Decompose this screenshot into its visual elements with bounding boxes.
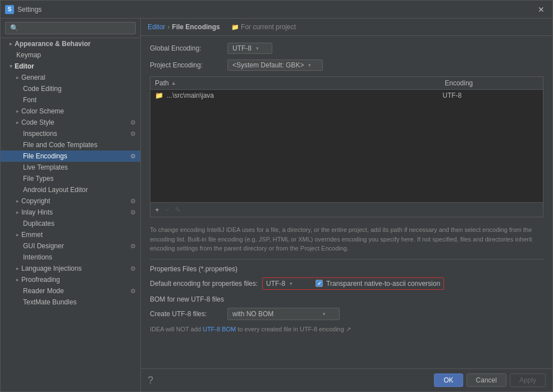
sidebar-item-label: Inlay Hints: [21, 208, 53, 216]
close-button[interactable]: ✕: [534, 4, 548, 15]
sidebar-item-label: File and Code Templates: [23, 141, 98, 149]
sidebar-item-label: Code Style: [21, 118, 54, 126]
bom-dropdown[interactable]: with NO BOM ▾: [227, 308, 340, 320]
sidebar-item-label: Font: [23, 96, 36, 104]
sidebar-item-label: Appearance & Behavior: [15, 40, 90, 48]
sidebar-item-intentions[interactable]: Intentions: [1, 252, 140, 263]
sidebar-item-appearance[interactable]: Appearance & Behavior: [1, 38, 140, 49]
sidebar-item-label: Copyright: [21, 197, 50, 205]
gear-icon: ⚙: [130, 130, 136, 138]
sort-arrow-icon: ▲: [171, 80, 176, 86]
footer: ? OK Cancel Apply: [141, 368, 552, 391]
gear-icon: ⚙: [130, 265, 136, 272]
sidebar-item-general[interactable]: General: [1, 72, 140, 83]
sidebar-item-color-scheme[interactable]: Color Scheme: [1, 106, 140, 117]
project-encoding-dropdown[interactable]: <System Default: GBK> ▾: [227, 60, 323, 71]
col-encoding-header: Encoding: [440, 77, 543, 89]
chevron-icon: [16, 209, 19, 215]
apply-button[interactable]: Apply: [510, 373, 546, 387]
sidebar-item-file-code-templates[interactable]: File and Code Templates: [1, 139, 140, 151]
sidebar-item-reader-mode[interactable]: Reader Mode ⚙: [1, 285, 140, 297]
breadcrumb-parent[interactable]: Editor: [148, 23, 165, 31]
sidebar-item-label: Live Templates: [23, 163, 68, 171]
sidebar-item-code-style[interactable]: Code Style ⚙: [1, 117, 140, 128]
encoding-highlight-box: UTF-8 ▾ Transparent native-to-ascii conv…: [262, 277, 444, 290]
sidebar-item-editor[interactable]: Editor: [1, 61, 140, 72]
table-cell-path: 📁 ...\src\main\java: [155, 92, 442, 99]
sidebar-item-keymap[interactable]: Keymap: [1, 49, 140, 61]
sidebar-item-label: Editor: [15, 62, 34, 70]
sidebar-item-live-templates[interactable]: Live Templates: [1, 162, 140, 173]
sidebar-item-label: Color Scheme: [21, 107, 64, 115]
footer-buttons: OK Cancel Apply: [434, 373, 546, 387]
sidebar-item-copyright[interactable]: Copyright ⚙: [1, 195, 140, 207]
global-encoding-label: Global Encoding:: [150, 44, 223, 52]
sidebar-item-file-encodings[interactable]: File Encodings ⚙: [1, 151, 140, 162]
encodings-table: Path ▲ Encoding 📁 ...\src\main\java: [150, 76, 543, 217]
breadcrumb-project-note: 📁 For current project: [231, 23, 296, 31]
chevron-icon: [10, 41, 12, 47]
cancel-button[interactable]: Cancel: [467, 373, 506, 387]
app-icon: S: [5, 5, 14, 14]
global-encoding-dropdown[interactable]: UTF-8 ▾: [227, 43, 272, 54]
bom-section-title: BOM for new UTF-8 files: [150, 295, 543, 303]
idea-note: IDEA will NOT add UTF-8 BOM to every cre…: [150, 326, 543, 333]
main-content: Appearance & Behavior Keymap Editor Gene…: [1, 19, 552, 391]
chevron-icon: [16, 198, 19, 204]
chevron-down-icon: ▾: [256, 45, 259, 51]
transparent-label: Transparent native-to-ascii conversion: [326, 280, 440, 288]
sidebar-item-label: Intentions: [23, 253, 52, 261]
sidebar-item-android-layout[interactable]: Android Layout Editor: [1, 184, 140, 195]
remove-button[interactable]: −: [163, 204, 172, 215]
edit-button[interactable]: ✎: [172, 204, 183, 215]
title-bar: S Settings ✕: [1, 1, 552, 19]
sidebar-item-label: Reader Mode: [23, 287, 64, 295]
chevron-icon: [16, 108, 19, 114]
transparent-checkbox[interactable]: [316, 280, 323, 287]
breadcrumb-arrow: ›: [167, 23, 170, 31]
help-button[interactable]: ?: [148, 375, 153, 386]
chevron-down-icon: ▾: [308, 62, 311, 68]
sidebar-item-gui-designer[interactable]: GUI Designer ⚙: [1, 240, 140, 252]
sidebar-item-label: GUI Designer: [23, 242, 64, 250]
chevron-icon: [16, 277, 19, 282]
project-encoding-label: Project Encoding:: [150, 61, 223, 69]
sidebar-item-duplicates[interactable]: Duplicates: [1, 218, 140, 229]
add-button[interactable]: +: [153, 204, 162, 215]
properties-section-title: Properties Files (*.properties): [150, 265, 543, 273]
utf8-bom-link[interactable]: UTF-8 BOM: [203, 326, 236, 332]
sidebar-item-label: Emmet: [21, 231, 43, 239]
title-bar-left: S Settings: [5, 5, 42, 14]
sidebar-item-label: Keymap: [16, 51, 41, 59]
sidebar-item-inspections[interactable]: Inspections ⚙: [1, 128, 140, 139]
sidebar-item-emmet[interactable]: Emmet: [1, 229, 140, 240]
transparent-checkbox-row: Transparent native-to-ascii conversion: [316, 280, 440, 288]
right-panel: Editor › File Encodings 📁 For current pr…: [141, 19, 552, 391]
folder-icon: 📁: [155, 92, 163, 99]
gear-icon: ⚙: [130, 153, 136, 160]
sidebar-item-label: General: [21, 74, 45, 81]
project-encoding-value: <System Default: GBK>: [232, 61, 304, 69]
sidebar-item-code-editing[interactable]: Code Editing: [1, 83, 140, 94]
global-encoding-value: UTF-8: [232, 44, 252, 52]
sidebar-item-language-injections[interactable]: Language Injections ⚙: [1, 263, 140, 274]
gear-icon: ⚙: [130, 209, 136, 216]
ok-button[interactable]: OK: [434, 373, 463, 387]
sidebar-item-proofreading[interactable]: Proofreading: [1, 274, 140, 285]
col-path-header: Path ▲: [150, 77, 440, 89]
sidebar-item-label: Language Injections: [21, 265, 81, 272]
properties-encoding-dropdown[interactable]: UTF-8 ▾: [266, 280, 311, 288]
table-header: Path ▲ Encoding: [150, 77, 543, 90]
search-input[interactable]: [5, 22, 136, 34]
sidebar-item-file-types[interactable]: File Types: [1, 173, 140, 184]
info-text: To change encoding IntelliJ IDEA uses fo…: [150, 222, 543, 259]
default-encoding-label: Default encoding for properties files:: [150, 280, 258, 288]
sidebar-item-label: Inspections: [23, 130, 57, 138]
sidebar-item-inlay-hints[interactable]: Inlay Hints ⚙: [1, 207, 140, 218]
create-utf8-row: Create UTF-8 files: with NO BOM ▾: [150, 308, 543, 320]
sidebar-item-textmate[interactable]: TextMate Bundles: [1, 297, 140, 308]
sidebar-item-label: Proofreading: [21, 276, 60, 284]
sidebar-item-font[interactable]: Font: [1, 94, 140, 106]
table-row[interactable]: 📁 ...\src\main\java UTF-8: [150, 90, 543, 101]
sidebar-item-label: TextMate Bundles: [23, 298, 76, 306]
